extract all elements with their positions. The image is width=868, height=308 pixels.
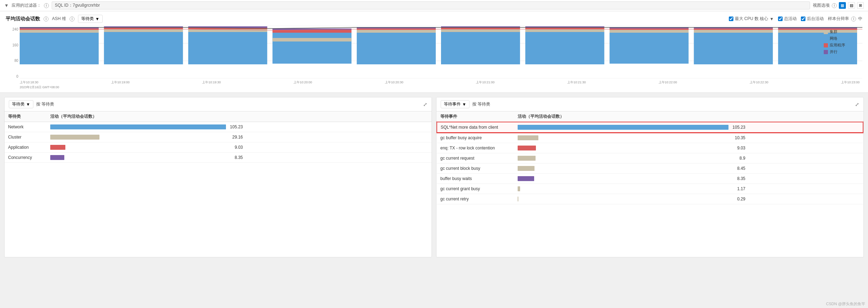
table-row: SQL*Net more data from client 105.23	[437, 122, 863, 133]
chart-section: 平均活动会话数 i ASH 维 i 等待类 ▼ 最大 CPU 数 核心 ▼ 总活…	[0, 11, 868, 93]
svg-rect-36	[694, 33, 773, 64]
x-label-3: 上午10:19:30	[202, 80, 221, 85]
left-panel-header: 等待类 ▼ 按 等待类 ⤢	[5, 97, 432, 111]
wait-class-activity: 105.23	[47, 122, 432, 132]
right-panel-wait-event-dropdown[interactable]: 等待事件 ▼	[441, 100, 469, 108]
y-axis-240: 240	[12, 27, 18, 31]
backend-activity-label: 后台活动	[807, 16, 824, 22]
dropdown-arrow-icon: ▼	[95, 17, 99, 21]
y-axis-0: 0	[16, 75, 18, 78]
right-panel-table: 等待事件 活动（平均活动会话数） SQL*Net more data from …	[436, 111, 863, 257]
right-col2-header: 活动（平均活动会话数）	[514, 111, 863, 122]
left-panel-wait-class-dropdown[interactable]: 等待类 ▼	[9, 100, 33, 108]
filter-info-icon[interactable]: i	[44, 3, 49, 8]
x-label-1: 上午10:18:30	[20, 80, 38, 85]
wait-class-name: Application	[5, 142, 47, 153]
wait-event-activity: 8.45	[514, 163, 863, 174]
chart-title-info-icon[interactable]: i	[44, 17, 48, 21]
svg-rect-17	[272, 38, 351, 41]
grid-view-button[interactable]: ⊞	[857, 2, 864, 9]
svg-rect-28	[525, 32, 604, 64]
wait-event-name: enq: TX - row lock contention	[437, 143, 514, 153]
wait-event-activity: 1.17	[514, 184, 863, 194]
svg-rect-25	[441, 29, 520, 32]
wait-event-activity: 8.35	[514, 174, 863, 184]
svg-rect-4	[20, 33, 99, 64]
left-panel-tab-label: 按 等待类	[36, 101, 54, 107]
max-cpu-label: 最大 CPU 数 核心	[735, 16, 768, 22]
right-table: 等待事件 活动（平均活动会话数） SQL*Net more data from …	[436, 111, 863, 204]
right-panel-header: 等待事件 ▼ 按 等待类 ⤢	[436, 97, 863, 111]
svg-rect-32	[610, 33, 689, 64]
max-cpu-checkbox[interactable]	[729, 17, 733, 21]
legend-application: 应用程序	[824, 43, 862, 48]
svg-rect-29	[525, 29, 604, 32]
right-panel-dropdown-arrow: ▼	[462, 102, 466, 107]
backend-activity-checkbox-item[interactable]: 后台活动	[801, 16, 824, 22]
svg-rect-18	[272, 30, 351, 33]
wait-event-activity: 8.9	[514, 153, 863, 163]
table-row: gc buffer busy acquire 10.35	[437, 133, 863, 143]
legend-application-color	[824, 43, 828, 47]
x-label-2: 上午10:19:00	[111, 80, 130, 85]
wait-class-activity: 8.35	[47, 153, 432, 163]
chart-legend: 集群 网络 应用程序 并行	[824, 29, 862, 56]
wait-event-activity: 0.29	[514, 194, 863, 204]
legend-network-label: 网络	[830, 36, 837, 41]
wait-event-name: gc buffer busy acquire	[437, 133, 514, 143]
line-chart-view-button[interactable]: ▤	[848, 2, 855, 9]
left-panel: 等待类 ▼ 按 等待类 ⤢ 等待类 活动（平均活动会话数） Network	[4, 97, 432, 257]
ash-info-icon[interactable]: i	[70, 17, 75, 21]
view-options-info-icon[interactable]: i	[832, 3, 837, 8]
table-row: gc current request 8.9	[437, 153, 863, 163]
table-row: Application 9.03	[5, 142, 432, 153]
svg-rect-21	[357, 30, 436, 33]
table-row: Cluster 29.16	[5, 132, 432, 142]
sample-rate-info-icon[interactable]: i	[851, 17, 856, 21]
view-options: 视图选项 i ▦ ▤ ⊞	[813, 2, 864, 9]
table-row: Concurrency 8.35	[5, 153, 432, 163]
x-label-8: 上午10:22:00	[659, 80, 677, 85]
sql-id-filter: SQL ID：7gvu8grcnrhbr	[52, 1, 810, 9]
svg-rect-9	[104, 29, 183, 32]
x-label-5: 上午10:20:30	[385, 80, 403, 85]
backend-activity-checkbox[interactable]	[801, 17, 805, 21]
total-activity-checkbox[interactable]	[778, 17, 783, 21]
legend-network: 网络	[824, 36, 862, 41]
wait-class-dropdown[interactable]: 等待类 ▼	[78, 15, 103, 23]
x-label-4: 上午10:20:00	[293, 80, 312, 85]
wait-event-activity: 105.23	[514, 122, 863, 133]
wait-class-name: Cluster	[5, 132, 47, 142]
svg-rect-5	[20, 30, 99, 33]
legend-concurrency-label: 并行	[830, 49, 837, 54]
table-row: gc current block busy 8.45	[437, 163, 863, 174]
left-panel-expand-button[interactable]: ⤢	[423, 102, 427, 107]
svg-rect-24	[441, 32, 520, 64]
svg-rect-10	[104, 28, 183, 29]
ash-label: ASH 维	[52, 16, 66, 22]
max-cpu-checkbox-item[interactable]: 最大 CPU 数 核心 ▼	[729, 16, 774, 22]
date-label: 2023年2月16日 GMT+08:00	[20, 85, 862, 90]
chart-title: 平均活动会话数	[6, 16, 40, 22]
wait-class-activity: 29.16	[47, 132, 432, 142]
wait-event-activity: 9.03	[514, 143, 863, 153]
y-axis-80: 80	[14, 59, 18, 63]
svg-rect-12	[188, 32, 267, 64]
legend-cluster-label: 集群	[830, 29, 837, 34]
filter-bar: ▼ 应用的过滤器： i SQL ID：7gvu8grcnrhbr 视图选项 i …	[0, 0, 868, 11]
right-panel-expand-button[interactable]: ⤢	[855, 102, 859, 107]
svg-rect-26	[441, 28, 520, 29]
view-options-label: 视图选项	[813, 2, 830, 8]
left-col2-header: 活动（平均活动会话数）	[47, 111, 432, 122]
table-row: buffer busy waits 8.35	[437, 174, 863, 184]
right-panel-tab-label: 按 等待类	[472, 101, 490, 107]
svg-rect-8	[104, 32, 183, 64]
chart-area: 240 160 80 0	[6, 26, 862, 90]
right-panel-dropdown-label: 等待事件	[444, 101, 461, 107]
total-activity-checkbox-item[interactable]: 总活动	[778, 16, 797, 22]
wait-event-activity: 10.35	[514, 133, 863, 143]
bar-chart-view-button[interactable]: ▦	[839, 2, 846, 9]
wait-event-name: buffer busy waits	[437, 174, 514, 184]
legend-network-color	[824, 37, 828, 41]
x-label-10: 上午10:23:00	[841, 80, 860, 85]
